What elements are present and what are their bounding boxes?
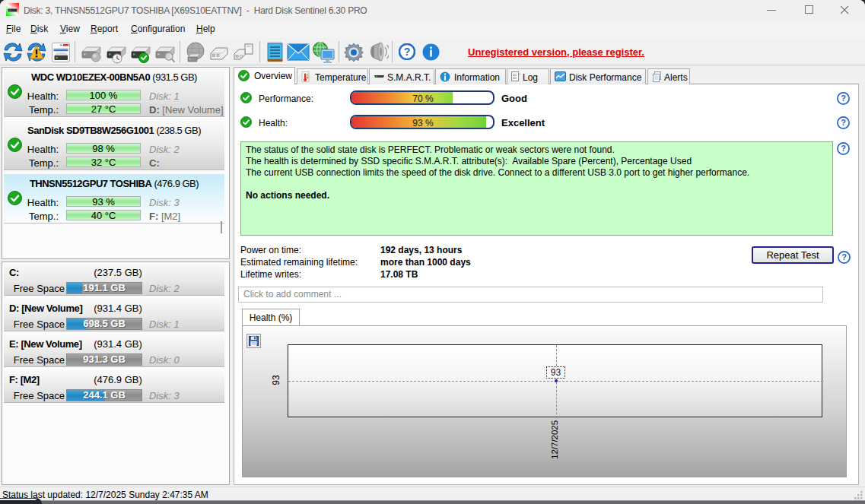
svg-text:?: ? xyxy=(841,252,847,262)
svg-text:?: ? xyxy=(841,94,846,103)
svg-text:?: ? xyxy=(841,118,846,127)
svg-text:?: ? xyxy=(841,144,846,153)
